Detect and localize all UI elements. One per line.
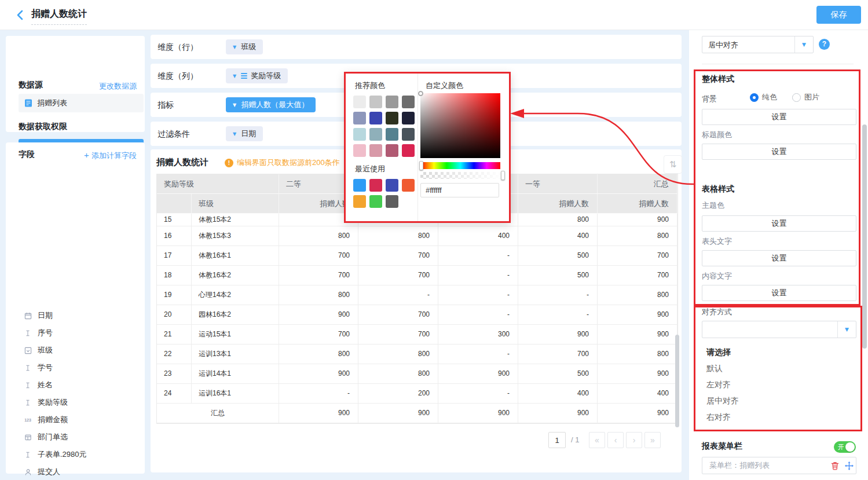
- color-swatch[interactable]: [369, 144, 382, 157]
- alpha-slider-handle[interactable]: [501, 171, 505, 180]
- next-page-button[interactable]: ›: [626, 432, 642, 448]
- move-icon[interactable]: [842, 461, 856, 470]
- color-swatch[interactable]: [386, 144, 398, 157]
- color-swatch[interactable]: [402, 96, 415, 108]
- field-item-4[interactable]: 姓名: [6, 376, 145, 394]
- prev-page-button[interactable]: ‹: [607, 432, 624, 448]
- last-page-button[interactable]: »: [644, 432, 661, 448]
- add-calc-field-label: 添加计算字段: [91, 151, 137, 160]
- hue-slider-handle[interactable]: [419, 161, 423, 170]
- back-button[interactable]: [14, 8, 27, 22]
- bg-image-radio[interactable]: 图片: [792, 92, 819, 102]
- table-cell-value: -: [438, 305, 518, 325]
- field-item-6[interactable]: 123捐赠金额: [6, 411, 145, 428]
- align-option-0[interactable]: 请选择: [702, 344, 852, 360]
- align-option-4[interactable]: 右对齐: [702, 409, 852, 425]
- field-item-5[interactable]: 奖励等级: [6, 394, 145, 411]
- color-swatch[interactable]: [369, 96, 382, 108]
- title-color-set-button[interactable]: 设置: [702, 144, 856, 160]
- radio-label: 纯色: [762, 92, 777, 102]
- table-scrollbar[interactable]: [675, 335, 679, 427]
- page-total: / 1: [571, 435, 579, 444]
- bg-set-button[interactable]: 设置: [702, 109, 856, 125]
- color-swatch[interactable]: [353, 112, 366, 124]
- color-swatch[interactable]: [353, 96, 366, 108]
- field-item-0[interactable]: 日期: [6, 307, 145, 324]
- chevron-down-icon: ▼: [837, 321, 856, 338]
- align-option-1[interactable]: 默认: [702, 360, 852, 376]
- color-swatch[interactable]: [369, 128, 382, 141]
- color-swatch[interactable]: [353, 195, 366, 208]
- table-cell-value: 900: [438, 364, 518, 384]
- content-text-set-button[interactable]: 设置: [702, 285, 856, 301]
- align-options-list: 请选择默认左对齐居中对齐右对齐: [702, 344, 852, 425]
- datasource-header: 数据源: [19, 80, 43, 90]
- field-item-8[interactable]: 子表单.2980元: [6, 446, 145, 463]
- filter-chip[interactable]: ▼日期: [226, 126, 263, 141]
- metric-chip[interactable]: ▼捐赠人数（最大值）: [226, 97, 316, 112]
- color-swatch[interactable]: [402, 179, 415, 192]
- table-cell-value: 700: [279, 325, 358, 345]
- change-datasource-link[interactable]: 更改数据源: [99, 81, 137, 91]
- dimension-col-chip[interactable]: ▼奖励等级: [226, 68, 288, 83]
- field-item-2[interactable]: 班级: [6, 342, 145, 359]
- color-swatch[interactable]: [402, 112, 415, 124]
- gradient-handle-icon[interactable]: [418, 91, 423, 96]
- table-cell-value: -: [518, 285, 598, 305]
- table-cell-value: 900: [598, 305, 677, 325]
- table-cell-value: 700: [279, 246, 358, 266]
- color-swatch[interactable]: [353, 128, 366, 141]
- first-page-button[interactable]: «: [589, 432, 605, 448]
- sort-button[interactable]: ⇅: [664, 155, 682, 174]
- align-method-select[interactable]: ▼: [702, 321, 856, 338]
- add-calc-field-link[interactable]: + 添加计算字段: [84, 150, 137, 161]
- report-menu-toggle[interactable]: 开: [834, 441, 856, 453]
- align-option-2[interactable]: 左对齐: [702, 376, 852, 393]
- theme-color-set-button[interactable]: 设置: [702, 215, 856, 232]
- field-item-7[interactable]: 部门单选: [6, 428, 145, 446]
- field-label: 奖励等级: [38, 397, 68, 408]
- align-option-3[interactable]: 居中对齐: [702, 393, 852, 409]
- help-icon[interactable]: ?: [819, 39, 830, 50]
- saturation-gradient[interactable]: [420, 93, 500, 158]
- table-row-class: 体教15本3: [192, 226, 279, 246]
- color-swatch[interactable]: [386, 112, 398, 124]
- color-swatch[interactable]: [369, 195, 382, 208]
- chip-label: 捐赠人数（最大值）: [241, 100, 309, 110]
- alpha-slider[interactable]: [420, 172, 504, 179]
- color-swatch[interactable]: [402, 144, 415, 157]
- color-swatch[interactable]: [386, 179, 398, 192]
- color-swatch[interactable]: [353, 144, 366, 157]
- dimension-row-chip[interactable]: ▼班级: [226, 39, 263, 54]
- save-button[interactable]: 保存: [816, 6, 861, 24]
- table-cell-value: -: [279, 384, 358, 404]
- table-measure-header: 捐赠人数: [518, 194, 598, 214]
- chip-label: 奖励等级: [251, 71, 281, 81]
- field-item-9[interactable]: 提交人: [6, 463, 145, 480]
- table-cell-value: 500: [518, 266, 598, 285]
- color-swatch[interactable]: [402, 128, 415, 141]
- user-icon: [23, 468, 32, 476]
- color-swatch[interactable]: [386, 96, 398, 108]
- header-text-set-button[interactable]: 设置: [702, 250, 856, 266]
- hue-slider[interactable]: [420, 162, 500, 169]
- title-align-select[interactable]: 居中对齐 ▼: [702, 36, 814, 53]
- field-item-3[interactable]: 学号: [6, 359, 145, 376]
- table-row-index: 23: [157, 364, 192, 384]
- chip-label: 班级: [241, 42, 256, 52]
- trash-icon[interactable]: [828, 461, 842, 470]
- page-scrollbar[interactable]: [862, 124, 867, 349]
- field-label: 提交人: [38, 467, 60, 477]
- color-swatch[interactable]: [369, 179, 382, 192]
- color-swatch[interactable]: [369, 112, 382, 124]
- datasource-item[interactable]: 捐赠列表: [19, 94, 144, 112]
- page-number-input[interactable]: [548, 432, 566, 448]
- color-swatch[interactable]: [353, 179, 366, 192]
- hex-color-input[interactable]: [420, 183, 499, 197]
- color-swatch[interactable]: [386, 128, 398, 141]
- bg-solid-radio[interactable]: 纯色: [750, 92, 777, 102]
- recent-colors-label: 最近使用: [355, 164, 385, 174]
- warning-icon: !: [225, 159, 233, 167]
- color-swatch[interactable]: [386, 195, 398, 208]
- field-item-1[interactable]: 序号: [6, 324, 145, 342]
